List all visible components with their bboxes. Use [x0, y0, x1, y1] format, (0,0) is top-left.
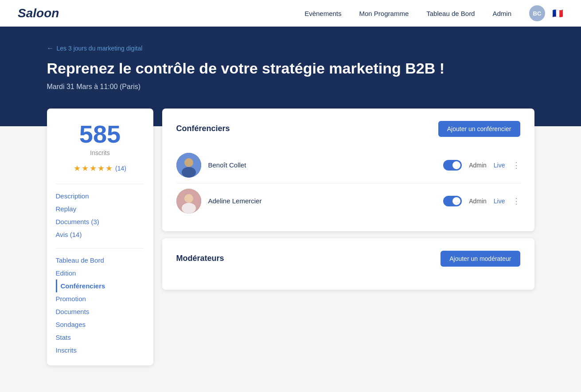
header-right: BC 🇫🇷 [529, 5, 563, 21]
sidebar-item-tableau-de-bord[interactable]: Tableau de Bord [56, 254, 144, 267]
speaker-name-adeline: Adeline Lemercier [208, 197, 437, 205]
more-icon-benoit[interactable]: ⋮ [512, 160, 520, 170]
avatar-adeline [176, 189, 201, 213]
moderateurs-title: Modérateurs [176, 254, 224, 263]
speaker-row-adeline: Adeline Lemercier Admin Live ⋮ [176, 183, 520, 219]
sidebar-item-description[interactable]: Description [56, 190, 144, 202]
moderateurs-header: Modérateurs Ajouter un modérateur [176, 251, 520, 267]
star-1: ★ [74, 163, 81, 173]
sidebar-item-edition[interactable]: Edition [56, 267, 144, 279]
header: Saloon Evènements Mon Programme Tableau … [0, 0, 581, 27]
breadcrumb[interactable]: ← Les 3 jours du marketing digital [47, 44, 534, 52]
speaker-row-benoit: Benoît Collet Admin Live ⋮ [176, 147, 520, 183]
sidebar: 585 Inscrits ★ ★ ★ ★ ★ (14) Description … [47, 109, 153, 365]
add-conferencier-button[interactable]: Ajouter un conférencier [438, 121, 520, 137]
sidebar-item-conferenciers[interactable]: Conférenciers [56, 279, 144, 292]
svg-point-2 [182, 167, 196, 178]
sidebar-item-documents-admin[interactable]: Documents [56, 305, 144, 318]
speaker-controls-adeline: Admin Live ⋮ [443, 196, 520, 206]
conferenciers-title: Conférenciers [176, 124, 230, 133]
sidebar-item-avis[interactable]: Avis (14) [56, 228, 144, 241]
conferenciers-panel: Conférenciers Ajouter un conférencier Be… [162, 109, 534, 231]
language-flag[interactable]: 🇫🇷 [552, 8, 563, 19]
svg-point-5 [182, 203, 196, 213]
avatar-benoit [176, 153, 201, 178]
breadcrumb-arrow: ← [47, 44, 54, 52]
sidebar-item-sondages[interactable]: Sondages [56, 318, 144, 331]
sidebar-item-replay[interactable]: Replay [56, 202, 144, 215]
rating-stars: ★ ★ ★ ★ ★ (14) [56, 163, 144, 173]
star-5: ★ [105, 163, 113, 173]
admin-label-adeline: Admin [469, 198, 487, 205]
nav-evenements[interactable]: Evènements [304, 10, 341, 17]
nav-mon-programme[interactable]: Mon Programme [359, 10, 409, 17]
sidebar-item-inscrits[interactable]: Inscrits [56, 344, 144, 357]
avatar[interactable]: BC [529, 5, 545, 21]
sidebar-item-documents[interactable]: Documents (3) [56, 215, 144, 228]
inscrit-count: 585 [56, 122, 144, 147]
sidebar-admin-links: Tableau de Bord Edition Conférenciers Pr… [56, 254, 144, 357]
logo: Saloon [18, 6, 59, 20]
star-count: (14) [115, 165, 126, 172]
conferenciers-header: Conférenciers Ajouter un conférencier [176, 121, 520, 137]
star-2: ★ [82, 163, 89, 173]
star-4: ★ [97, 163, 105, 173]
event-date: Mardi 31 Mars à 11:00 (Paris) [47, 83, 534, 91]
main-nav: Evènements Mon Programme Tableau de Bord… [304, 10, 511, 17]
admin-label-benoit: Admin [469, 162, 487, 169]
live-link-adeline[interactable]: Live [494, 198, 505, 205]
toggle-benoit[interactable] [443, 160, 462, 171]
live-link-benoit[interactable]: Live [494, 162, 505, 169]
inscrit-label: Inscrits [56, 149, 144, 156]
sidebar-item-promotion[interactable]: Promotion [56, 292, 144, 305]
main-container: 585 Inscrits ★ ★ ★ ★ ★ (14) Description … [38, 109, 543, 365]
sidebar-item-stats[interactable]: Stats [56, 331, 144, 344]
breadcrumb-label: Les 3 jours du marketing digital [57, 45, 143, 52]
page-title: Reprenez le contrôle de votre stratégie … [47, 59, 534, 78]
nav-admin[interactable]: Admin [492, 10, 511, 17]
nav-tableau-de-bord[interactable]: Tableau de Bord [426, 10, 475, 17]
star-3: ★ [90, 163, 97, 173]
content-area: Conférenciers Ajouter un conférencier Be… [162, 109, 534, 365]
more-icon-adeline[interactable]: ⋮ [512, 196, 520, 206]
moderateurs-panel: Modérateurs Ajouter un modérateur [162, 238, 534, 290]
speaker-name-benoit: Benoît Collet [208, 161, 437, 169]
speaker-controls-benoit: Admin Live ⋮ [443, 160, 520, 171]
sidebar-top-links: Description Replay Documents (3) Avis (1… [56, 190, 144, 241]
logo-text: Saloon [18, 6, 59, 20]
svg-point-4 [184, 194, 193, 203]
svg-point-1 [184, 158, 193, 167]
add-moderateur-button[interactable]: Ajouter un modérateur [441, 251, 520, 267]
toggle-adeline[interactable] [443, 196, 462, 206]
